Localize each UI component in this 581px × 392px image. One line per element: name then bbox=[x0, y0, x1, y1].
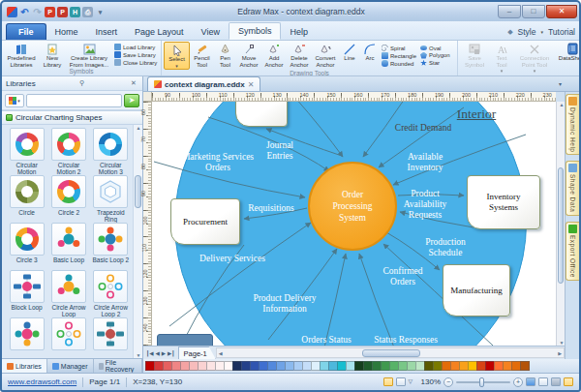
maximize-button[interactable]: □ bbox=[522, 5, 545, 18]
text-tool-button[interactable]: A Text Tool ▾ bbox=[489, 42, 514, 75]
diagram-center-node[interactable]: Order Processing System bbox=[308, 162, 397, 251]
prev-page-icon[interactable]: ◀ bbox=[156, 350, 160, 356]
pen-tool-button[interactable]: Pen Tool bbox=[214, 42, 236, 70]
vertical-scrollbar[interactable]: ▲ ▼ bbox=[556, 102, 565, 346]
view-page-break-icon[interactable] bbox=[396, 377, 406, 386]
arc-tool-button[interactable]: Arc bbox=[360, 42, 380, 70]
diagram-node-inventory-systems[interactable]: Inventory Systems bbox=[467, 175, 540, 229]
menu-tab-file[interactable]: File bbox=[6, 23, 46, 40]
rectangle-tool-button[interactable]: Rectangle bbox=[382, 52, 416, 59]
pin-icon[interactable]: ⚲ bbox=[77, 79, 87, 87]
flow-label-product-delivery[interactable]: Product Delivery Information bbox=[234, 293, 335, 315]
flow-label-requisitions[interactable]: Requisitions bbox=[234, 203, 308, 214]
flow-label-credit-demand[interactable]: Credit Demand bbox=[377, 123, 470, 134]
new-library-button[interactable]: New Library bbox=[39, 42, 66, 68]
oval-tool-button[interactable]: Oval bbox=[420, 45, 453, 51]
select-tool-button[interactable]: Select ▾ bbox=[164, 42, 190, 70]
flow-label-journal[interactable]: Journal Entries bbox=[249, 140, 311, 162]
document-tab[interactable]: context diagram.eddx ✕ bbox=[147, 76, 260, 91]
style-button[interactable]: Style bbox=[518, 27, 536, 37]
sidebar-scrollbar[interactable]: ▲ ▼ bbox=[133, 125, 142, 358]
panel-tab-shape-data[interactable]: Shape Data bbox=[566, 161, 579, 215]
tutorial-button[interactable]: Tutorial bbox=[548, 27, 575, 37]
line-tool-button[interactable]: Line bbox=[339, 42, 360, 70]
tab-list-icon[interactable]: ▾ bbox=[559, 80, 562, 87]
zoom-out-button[interactable]: − bbox=[443, 377, 453, 387]
rounded-tool-button[interactable]: Rounded bbox=[382, 60, 416, 67]
flow-label-available[interactable]: Available Inventory bbox=[387, 152, 463, 173]
scroll-down-icon[interactable]: ▼ bbox=[134, 352, 143, 358]
flow-label-orders-status[interactable]: Orders Status bbox=[288, 335, 365, 346]
view-normal-icon[interactable] bbox=[383, 377, 393, 386]
library-search-input[interactable] bbox=[26, 94, 122, 107]
undo-icon[interactable]: ↶ bbox=[19, 7, 30, 17]
menu-tab-page-layout[interactable]: Page Layout bbox=[126, 24, 193, 40]
focus-mode-icon[interactable] bbox=[564, 377, 573, 386]
library-shape-basic-loop[interactable]: Basic Loop bbox=[47, 223, 89, 270]
print-preview-icon[interactable]: ⎙ bbox=[82, 7, 93, 17]
fit-window-icon[interactable] bbox=[526, 377, 535, 386]
menu-tab-symbols[interactable]: Symbols bbox=[229, 22, 282, 40]
library-shape-circular-motion[interactable]: Circular Motion bbox=[6, 128, 47, 175]
minimize-button[interactable]: – bbox=[498, 5, 521, 18]
convert-anchor-button[interactable]: Convert Anchor bbox=[312, 42, 339, 70]
zoom-in-button[interactable]: + bbox=[513, 377, 523, 387]
qat-dropdown-icon[interactable]: ▾ bbox=[95, 7, 106, 17]
library-shape-item-13[interactable] bbox=[6, 317, 47, 358]
view-options-icon[interactable]: ▽ bbox=[409, 377, 418, 386]
library-shape-circular-motion-2[interactable]: Circular Motion 2 bbox=[47, 128, 89, 175]
pencil-tool-button[interactable]: Pencil Tool bbox=[190, 42, 214, 70]
panel-tab-libraries[interactable]: Libraries bbox=[2, 359, 47, 373]
datasheet-button[interactable]: DataSheet bbox=[555, 42, 579, 75]
export-pdf-icon[interactable]: P bbox=[45, 7, 55, 17]
document-close-icon[interactable]: ✕ bbox=[248, 80, 255, 89]
save-library-button[interactable]: Save Library bbox=[114, 51, 157, 58]
library-view-button[interactable]: ▾ bbox=[5, 94, 24, 107]
flow-label-production[interactable]: Production Schedule bbox=[406, 237, 485, 258]
diagram-node-procurement[interactable]: Procurement bbox=[170, 198, 240, 245]
drawing-canvas[interactable]: ProcurementInventory SystemsManufacturin… bbox=[152, 102, 556, 346]
menu-tab-view[interactable]: View bbox=[193, 24, 229, 40]
library-shape-circular-motion-3[interactable]: Circular Motion 3 bbox=[90, 128, 132, 175]
connection-point-tool-button[interactable]: Connection Point Tool ▾ bbox=[514, 42, 555, 75]
polygon-tool-button[interactable]: Polygon bbox=[420, 52, 453, 59]
export-ppt-icon[interactable]: P bbox=[57, 7, 68, 17]
export-html-icon[interactable]: H bbox=[70, 7, 80, 17]
menu-tab-home[interactable]: Home bbox=[46, 24, 87, 40]
diagram-node-partial[interactable] bbox=[235, 102, 288, 127]
zoom-slider[interactable] bbox=[456, 381, 510, 383]
menu-tab-insert[interactable]: Insert bbox=[87, 24, 127, 40]
library-shape-circle-3[interactable]: Circle 3 bbox=[6, 223, 47, 270]
delete-anchor-button[interactable]: Delete Anchor bbox=[287, 42, 312, 70]
library-shape-circle[interactable]: Circle bbox=[6, 175, 47, 223]
edrawsoft-link[interactable]: www.edrawsoft.com bbox=[8, 377, 76, 386]
close-library-button[interactable]: Close Library bbox=[114, 59, 157, 66]
panel-tab-export-office[interactable]: Export Office bbox=[566, 222, 579, 281]
zoom-area-icon[interactable] bbox=[538, 377, 548, 386]
color-swatch[interactable] bbox=[520, 361, 530, 371]
last-page-icon[interactable]: ▶┃ bbox=[168, 350, 175, 356]
next-page-icon[interactable]: ▶ bbox=[162, 350, 166, 356]
save-symbol-button[interactable]: Save Symbol bbox=[460, 42, 489, 75]
library-shape-item-14[interactable] bbox=[47, 317, 89, 358]
library-shape-block-loop[interactable]: Block Loop bbox=[6, 270, 47, 317]
first-page-icon[interactable]: ┃◀ bbox=[146, 350, 154, 356]
pan-icon[interactable] bbox=[551, 377, 561, 386]
diagram-node-manufacturing[interactable]: Manufacturing bbox=[443, 264, 510, 317]
predefined-libraries-button[interactable]: Predefined Libraries bbox=[4, 42, 39, 68]
library-shape-basic-loop-2[interactable]: Basic Loop 2 bbox=[90, 223, 132, 270]
library-shape-trapezoid-ring[interactable]: Trapezoid Ring bbox=[90, 175, 132, 223]
library-shape-circle-2[interactable]: Circle 2 bbox=[47, 175, 89, 223]
flow-label-product[interactable]: Product Availability Requests bbox=[387, 189, 463, 221]
page-tab[interactable]: Page-1 bbox=[178, 347, 216, 359]
move-anchor-button[interactable]: Move Anchor bbox=[236, 42, 261, 70]
region-label[interactable]: Interior bbox=[431, 106, 522, 122]
panel-tab-dynamic-help[interactable]: Dynamic Help bbox=[566, 94, 579, 155]
menu-tab-help[interactable]: Help bbox=[281, 24, 317, 40]
scroll-right-icon[interactable]: ▶ bbox=[558, 350, 562, 356]
add-anchor-button[interactable]: Add Anchor bbox=[261, 42, 287, 70]
scroll-up-icon[interactable]: ▲ bbox=[134, 125, 143, 131]
create-library-from-images-button[interactable]: Create Library From Images... bbox=[66, 42, 112, 68]
library-section-header[interactable]: Circular Charting Shapes bbox=[2, 110, 142, 125]
zoom-slider-thumb[interactable] bbox=[479, 377, 484, 387]
